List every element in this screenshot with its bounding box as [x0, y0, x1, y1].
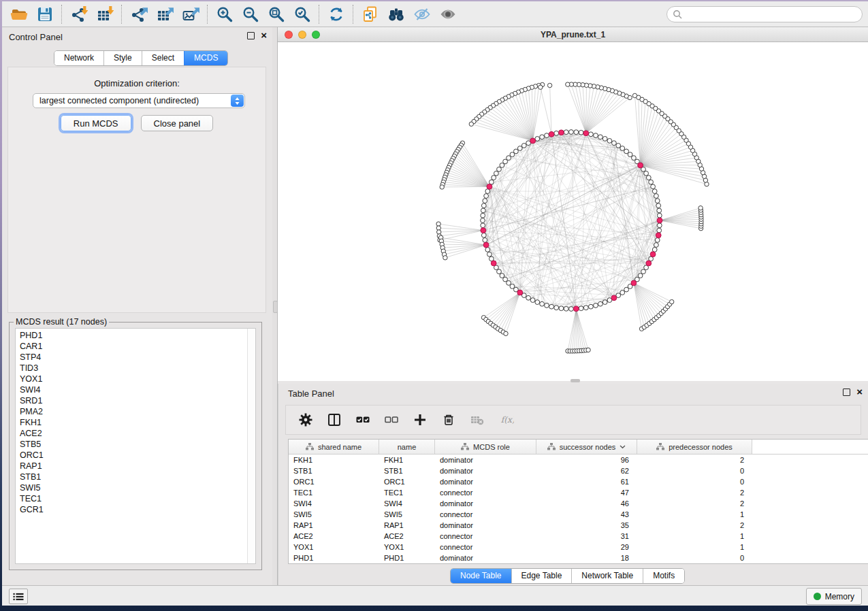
show-all-button[interactable]	[435, 3, 461, 25]
mcds-result-item[interactable]: CAR1	[20, 341, 247, 352]
network-canvas[interactable]	[278, 42, 868, 381]
table-row[interactable]: STB1STB1dominator620	[289, 465, 868, 476]
splitter-grip-h[interactable]	[570, 379, 580, 382]
hide-unselected-button[interactable]	[409, 3, 435, 25]
mcds-result-item[interactable]: RAP1	[20, 461, 247, 472]
import-network-button[interactable]	[66, 3, 92, 25]
mcds-result-item[interactable]: STB1	[20, 472, 247, 482]
search-input[interactable]	[686, 9, 856, 20]
export-image-button[interactable]	[178, 3, 204, 25]
search-network-button[interactable]	[383, 3, 409, 25]
tab-select[interactable]: Select	[142, 51, 184, 65]
add-button[interactable]	[410, 410, 430, 430]
tab-node-table[interactable]: Node Table	[451, 569, 511, 583]
open-file-button[interactable]	[6, 3, 32, 25]
mcds-result-item[interactable]: ORC1	[20, 450, 247, 461]
node-table: shared namenameMCDS rolesuccessor nodesp…	[288, 439, 868, 564]
table-body: FKH1FKH1dominator962STB1STB1dominator620…	[289, 455, 868, 563]
tab-mcds[interactable]: MCDS	[184, 51, 227, 65]
export-table-button[interactable]	[152, 3, 178, 25]
search-field[interactable]	[666, 6, 863, 22]
table-row[interactable]: PHD1PHD1dominator180	[289, 552, 868, 563]
column-label: name	[398, 443, 417, 451]
mcds-result-item[interactable]: YOX1	[20, 374, 247, 384]
table-cell: YOX1	[379, 542, 435, 552]
table-cell: dominator	[435, 476, 536, 487]
table-cell: PHD1	[379, 552, 435, 563]
show-panels-button[interactable]	[9, 589, 28, 604]
table-row[interactable]: SWI4SWI4dominator462	[289, 498, 868, 509]
column-layout-button[interactable]	[324, 410, 344, 430]
column-header-name[interactable]: name	[379, 440, 435, 454]
duplicate-network-button[interactable]	[357, 3, 383, 25]
table-row[interactable]: ACE2ACE2connector311	[289, 531, 868, 542]
select-all-button[interactable]	[353, 410, 373, 430]
delete-button[interactable]	[438, 410, 459, 430]
run-mcds-button[interactable]: Run MCDS	[61, 115, 131, 131]
refresh-view-button[interactable]	[323, 3, 349, 25]
table-row[interactable]: SWI5SWI5connector431	[289, 509, 868, 520]
mcds-result-list: PHD1CAR1STP4TID3YOX1SWI4SRD1PMA2FKH1ACE2…	[16, 329, 247, 563]
table-row[interactable]: YOX1YOX1connector291	[289, 542, 868, 552]
column-header-predecessor-nodes[interactable]: predecessor nodes	[637, 440, 752, 454]
column-header-shared-name[interactable]: shared name	[289, 440, 379, 454]
zoom-out-icon	[242, 5, 259, 23]
criterion-dropdown[interactable]: largest connected component (undirected)	[33, 93, 245, 108]
table-cell: 2	[637, 455, 752, 465]
tab-network-table[interactable]: Network Table	[571, 569, 643, 583]
mcds-result-item[interactable]: SWI4	[20, 384, 247, 395]
close-table-panel-icon[interactable]: ×	[856, 388, 863, 396]
zoom-selected-button[interactable]	[289, 3, 315, 25]
network-window-titlebar[interactable]: YPA_prune.txt_1	[278, 27, 868, 42]
select-all-icon	[356, 413, 370, 427]
column-header-successor-nodes[interactable]: successor nodes	[536, 440, 637, 454]
table-row[interactable]: ORC1ORC1dominator610	[289, 476, 868, 487]
float-table-panel-icon[interactable]	[843, 389, 850, 396]
deselect-all-button[interactable]	[381, 410, 402, 430]
mcds-result-item[interactable]: GCR1	[20, 504, 247, 515]
mcds-result-item[interactable]: PMA2	[20, 406, 247, 417]
import-table-button[interactable]	[92, 3, 118, 25]
column-type-icon	[547, 443, 556, 450]
control-panel-title: Control Panel	[9, 32, 63, 42]
column-header-MCDS-role[interactable]: MCDS role	[435, 440, 536, 454]
mcds-result-group: MCDS result (17 nodes) PHD1CAR1STP4TID3Y…	[9, 317, 262, 570]
mcds-result-item[interactable]: STP4	[20, 352, 247, 363]
zoom-out-button[interactable]	[238, 3, 263, 25]
close-mcds-panel-button[interactable]: Close panel	[141, 115, 214, 131]
splitter-grip[interactable]	[273, 301, 278, 313]
close-panel-icon[interactable]: ×	[261, 31, 267, 39]
mcds-result-item[interactable]: ACE2	[20, 428, 247, 439]
mcds-list-scrollbar[interactable]	[247, 329, 255, 563]
mcds-result-item[interactable]: PHD1	[20, 330, 247, 341]
tab-motifs[interactable]: Motifs	[643, 569, 684, 583]
table-cell: STB1	[289, 465, 379, 476]
table-row[interactable]: RAP1RAP1dominator352	[289, 520, 868, 531]
memory-button[interactable]: Memory	[806, 588, 862, 605]
table-row[interactable]: TEC1TEC1connector472	[289, 487, 868, 498]
network-graph[interactable]	[278, 42, 868, 381]
zoom-in-button[interactable]	[212, 3, 238, 25]
tab-network[interactable]: Network	[54, 51, 103, 65]
settings-button[interactable]	[295, 410, 316, 430]
mcds-result-item[interactable]: SRD1	[20, 395, 247, 406]
zoom-selected-icon	[293, 5, 311, 23]
tab-style[interactable]: Style	[103, 51, 142, 65]
column-label: predecessor nodes	[669, 443, 733, 451]
zoom-fit-button[interactable]	[263, 3, 289, 25]
optimization-criterion-label: Optimization criterion:	[8, 78, 266, 88]
mcds-result-item[interactable]: TID3	[20, 363, 247, 374]
sort-desc-icon	[620, 445, 626, 449]
float-panel-icon[interactable]	[247, 32, 255, 39]
zoom-in-icon	[216, 5, 234, 23]
mcds-result-item[interactable]: STB5	[20, 439, 247, 450]
table-row[interactable]: FKH1FKH1dominator962	[289, 455, 868, 465]
tab-edge-table[interactable]: Edge Table	[511, 569, 572, 583]
mcds-result-item[interactable]: FKH1	[20, 417, 247, 428]
vertical-splitter[interactable]	[272, 27, 278, 585]
mcds-result-item[interactable]: TEC1	[20, 493, 247, 504]
save-session-button[interactable]	[32, 3, 58, 25]
mcds-result-item[interactable]: SWI5	[20, 482, 247, 493]
export-network-button[interactable]	[126, 3, 152, 25]
column-label: MCDS role	[473, 443, 510, 451]
